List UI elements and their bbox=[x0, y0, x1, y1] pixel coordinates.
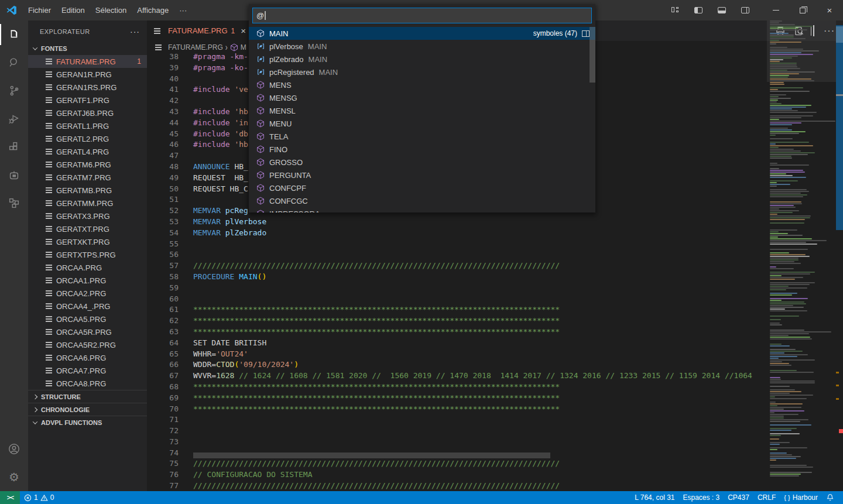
code-line[interactable]: 62**************************************… bbox=[147, 316, 767, 327]
language-mode[interactable]: { }Harbour bbox=[780, 491, 822, 504]
symbol-item-confcgc[interactable]: CONFCGC bbox=[249, 194, 595, 207]
code-line[interactable]: 76// CONFIGURACAO DO SISTEMA bbox=[147, 469, 767, 481]
file-item-geratm6.prg[interactable]: GERATM6.PRG bbox=[28, 158, 147, 171]
toggle-panel-icon[interactable] bbox=[713, 4, 731, 18]
close-window-button[interactable]: × bbox=[816, 0, 843, 20]
overview-ruler[interactable] bbox=[836, 20, 843, 491]
file-item-orcaa1.prg[interactable]: ORCAA1.PRG bbox=[28, 274, 147, 287]
code-line[interactable]: 73 bbox=[147, 437, 767, 448]
file-item-geratx3.prg[interactable]: GERATX3.PRG bbox=[28, 210, 147, 222]
file-item-faturame.prg[interactable]: FATURAME.PRG1 bbox=[28, 55, 147, 68]
notifications-bell-icon[interactable] bbox=[822, 491, 838, 504]
breadcrumb-file[interactable]: FATURAME.PRG bbox=[168, 43, 223, 52]
encoding[interactable]: CP437 bbox=[724, 491, 753, 504]
settings-gear-icon[interactable]: ⚙ bbox=[0, 463, 28, 491]
toggle-secondary-sidebar-icon[interactable] bbox=[736, 4, 754, 18]
menu-affichage[interactable]: Affichage bbox=[132, 0, 174, 20]
minimap[interactable] bbox=[767, 20, 836, 491]
file-item-orcaa5r.prg[interactable]: ORCAA5R.PRG bbox=[28, 325, 147, 338]
indentation[interactable]: Espaces : 3 bbox=[678, 491, 724, 504]
code-line[interactable]: 65WHHR='OUT24' bbox=[147, 349, 767, 360]
eol[interactable]: CRLF bbox=[753, 491, 780, 504]
code-line[interactable]: 63**************************************… bbox=[147, 327, 767, 338]
code-line[interactable]: 60 bbox=[147, 294, 767, 305]
extensions-icon[interactable] bbox=[0, 133, 28, 161]
explorer-icon[interactable] bbox=[0, 20, 28, 49]
sidebar-more-actions-icon[interactable]: ··· bbox=[130, 27, 140, 36]
file-item-gertxkt.prg[interactable]: GERTXKT.PRG bbox=[28, 235, 147, 248]
symbol-item-confcpf[interactable]: CONFCPF bbox=[249, 181, 595, 194]
code-line[interactable]: 58PROCEDURE MAIN() bbox=[147, 272, 767, 283]
symbol-item-pergunta[interactable]: PERGUNTA bbox=[249, 169, 595, 181]
symbol-item-grosso[interactable]: GROSSO bbox=[249, 156, 595, 169]
file-item-orcaa7.prg[interactable]: ORCAA7.PRG bbox=[28, 364, 147, 377]
open-to-side-icon[interactable] bbox=[582, 30, 590, 37]
code-line[interactable]: 70**************************************… bbox=[147, 404, 767, 415]
file-item-gertxtps.prg[interactable]: GERTXTPS.PRG bbox=[28, 248, 147, 261]
file-item-geratmm.prg[interactable]: GERATMM.PRG bbox=[28, 197, 147, 210]
code-line[interactable]: 77//////////////////////////////////////… bbox=[147, 481, 767, 491]
remote-explorer-icon[interactable] bbox=[0, 189, 28, 217]
file-item-geran1rs.prg[interactable]: GERAN1RS.PRG bbox=[28, 81, 147, 94]
minimize-button[interactable] bbox=[762, 0, 789, 20]
file-item-geratj6b.prg[interactable]: GERATJ6B.PRG bbox=[28, 107, 147, 119]
file-item-geratxt.prg[interactable]: GERATXT.PRG bbox=[28, 222, 147, 235]
symbol-item-plzebrado[interactable]: plZebradoMAIN bbox=[249, 53, 595, 66]
section-fontes[interactable]: FONTES bbox=[28, 42, 147, 55]
file-item-geratl4.prg[interactable]: GERATL4.PRG bbox=[28, 145, 147, 158]
file-item-orcaa4_.prg[interactable]: ORCAA4_.PRG bbox=[28, 300, 147, 313]
menu-sélection[interactable]: Sélection bbox=[90, 0, 132, 20]
cursor-position[interactable]: L 764, col 31 bbox=[630, 491, 678, 504]
code-line[interactable]: 67WVVR=1628 // 1624 // 1608 // 1581 2020… bbox=[147, 371, 767, 382]
tab-faturame[interactable]: FATURAME.PRG 1 × bbox=[147, 20, 252, 41]
file-item-orcaa5.prg[interactable]: ORCAA5.PRG bbox=[28, 313, 147, 325]
symbol-item-tela[interactable]: TELA bbox=[249, 130, 595, 143]
horizontal-scrollbar[interactable] bbox=[193, 452, 550, 458]
section-structure[interactable]: STRUCTURE bbox=[28, 390, 147, 403]
code-line[interactable]: 59 bbox=[147, 283, 767, 294]
code-line[interactable]: 57//////////////////////////////////////… bbox=[147, 260, 767, 272]
symbol-item-mensl[interactable]: MENSL bbox=[249, 104, 595, 117]
file-item-geratm7.prg[interactable]: GERATM7.PRG bbox=[28, 171, 147, 184]
symbol-item-pcregistered[interactable]: pcRegisteredMAIN bbox=[249, 66, 595, 78]
section-advpl-functions[interactable]: ADVPL FUNCTIONS bbox=[28, 416, 147, 428]
symbol-item-mens[interactable]: MENS bbox=[249, 78, 595, 91]
file-item-geran1r.prg[interactable]: GERAN1R.PRG bbox=[28, 68, 147, 81]
code-line[interactable]: 56 bbox=[147, 249, 767, 260]
file-item-orcaa6.prg[interactable]: ORCAA6.PRG bbox=[28, 351, 147, 364]
code-line[interactable]: 68**************************************… bbox=[147, 382, 767, 393]
symbol-item-main[interactable]: MAINsymboles (47) bbox=[249, 27, 595, 40]
breadcrumb-symbol[interactable]: M bbox=[241, 43, 246, 52]
code-line[interactable]: 61**************************************… bbox=[147, 304, 767, 316]
symbol-item-fino[interactable]: FINO bbox=[249, 143, 595, 156]
code-line[interactable]: 55 bbox=[147, 239, 767, 250]
quick-open-input[interactable]: @ bbox=[252, 8, 592, 23]
account-icon[interactable] bbox=[0, 435, 28, 463]
tab-close-icon[interactable]: × bbox=[241, 26, 246, 36]
file-item-geratf1.prg[interactable]: GERATF1.PRG bbox=[28, 94, 147, 107]
symbol-item-menu[interactable]: MENU bbox=[249, 117, 595, 130]
code-line[interactable]: 54MEMVAR plZebrado bbox=[147, 228, 767, 239]
symbol-item-impressora[interactable]: IMPRESSORA bbox=[249, 207, 595, 212]
file-item-orcaa8.prg[interactable]: ORCAA8.PRG bbox=[28, 377, 147, 390]
code-line[interactable]: 66WDDR=CTOD('09/10/2024') bbox=[147, 359, 767, 371]
search-icon[interactable] bbox=[0, 49, 28, 77]
toggle-sidebar-icon[interactable] bbox=[690, 4, 707, 18]
menu-edition[interactable]: Edition bbox=[56, 0, 90, 20]
symbol-item-plverbose[interactable]: plVerboseMAIN bbox=[249, 40, 595, 53]
code-line[interactable]: 64SET DATE BRITISH bbox=[147, 338, 767, 349]
problems-status[interactable]: 1 0 bbox=[20, 491, 58, 504]
customize-layout-icon[interactable] bbox=[666, 4, 684, 18]
code-line[interactable]: 69**************************************… bbox=[147, 393, 767, 404]
code-line[interactable]: 53MEMVAR plVerbose bbox=[147, 217, 767, 228]
file-item-orcaa5r2.prg[interactable]: ORCAA5R2.PRG bbox=[28, 338, 147, 351]
file-item-geratl2.prg[interactable]: GERATL2.PRG bbox=[28, 132, 147, 145]
restore-button[interactable] bbox=[789, 0, 816, 20]
quickpick-scrollbar[interactable] bbox=[590, 27, 595, 83]
run-and-debug-icon[interactable] bbox=[0, 105, 28, 133]
file-item-orcaa.prg[interactable]: ORCAA.PRG bbox=[28, 261, 147, 274]
menu-more-icon[interactable]: ··· bbox=[174, 0, 192, 20]
code-line[interactable]: 75//////////////////////////////////////… bbox=[147, 458, 767, 469]
symbol-item-mensg[interactable]: MENSG bbox=[249, 91, 595, 104]
menu-fichier[interactable]: Fichier bbox=[23, 0, 56, 20]
